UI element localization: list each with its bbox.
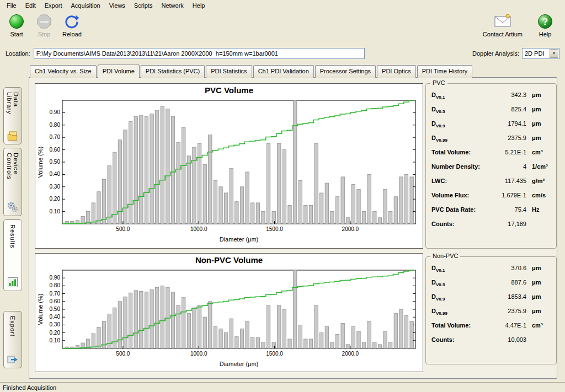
start-button[interactable]: Start [4,12,29,39]
svg-text:1000.0: 1000.0 [190,351,207,357]
stat-row-dv0-99: DV0.99 2375.9 μm [431,135,552,149]
svg-text:1000.0: 1000.0 [190,226,207,232]
stat-label: DV0.1 [431,92,445,100]
stat-unit: 1/cm³ [526,163,552,170]
tab-pdi-optics[interactable]: PDI Optics [377,65,416,78]
svg-text:0.90: 0.90 [50,275,61,281]
reload-icon [63,13,80,30]
doppler-analysis-label: Doppler Analysis: [472,50,519,57]
tab-bar: Ch1 Velocity vs. Size PDI Volume PDI Sta… [30,65,472,78]
pvc-stats-rows: DV0.1 342.3 μm DV0.5 825.4 μm DV0.9 1794… [426,84,556,235]
contact-artium-button[interactable]: Contact Artium [480,12,525,39]
sidebar-tab-label: Data Library [6,92,19,131]
stat-unit: cm³ [526,149,552,155]
nonpvc-stats-panel: Non-PVC DV0.1 370.6 μm DV0.5 887.6 μm DV… [425,256,557,364]
menu-item-network[interactable]: Network [157,1,188,10]
stat-label: DV0.99 [431,135,447,143]
location-bar: Location: Doppler Analysis: 2D PDI ▼ [0,46,565,61]
stat-value: 4.47E-1 [471,322,526,329]
sidebar-tab-device-controls[interactable]: Device Controls [3,148,22,216]
chart-title: PVC Volume [35,84,423,96]
svg-text:500.0: 500.0 [116,226,130,232]
stat-label: Volume Flux: [431,192,469,200]
stat-unit: cm/s [526,192,552,198]
location-input[interactable] [34,48,365,59]
stat-value: 1853.4 [445,293,526,300]
nonpvc-volume-plot: 0.100.200.300.400.500.600.700.800.90500.… [36,266,422,370]
nonpvc-stats-legend: Non-PVC [430,253,460,259]
doppler-analysis-select[interactable]: 2D PDI ▼ [522,48,559,59]
sidebar-tab-results[interactable]: Results [3,219,22,291]
menu-bar: File Edit Export Acquisition Views Scrip… [0,0,565,10]
doppler-analysis-group: Doppler Analysis: 2D PDI ▼ [472,48,559,59]
stat-label: DV0.9 [431,293,445,302]
svg-text:0.20: 0.20 [50,330,61,336]
stat-value: 75.4 [476,206,526,213]
stat-value: 5.21E-1 [471,149,526,155]
tab-pdi-statistics[interactable]: PDI Statistics [206,65,252,78]
menu-item-scripts[interactable]: Scripts [130,1,157,10]
stop-button[interactable]: STOP Stop [32,12,56,39]
stat-value: 17,189 [455,221,526,227]
stat-unit: cm³ [526,322,552,329]
stat-row-pvc-data-rate: PVC Data Rate: 75.4 Hz [431,206,552,221]
stat-row-dv0-5: DV0.5 825.4 μm [431,106,552,120]
sidebar-tab-data-library[interactable]: Data Library [3,87,22,144]
stat-value: 2375.9 [447,308,526,314]
stat-row-dv0-9: DV0.9 1853.4 μm [431,293,552,308]
sidebar-tab-label: Export [9,316,16,337]
tab-ch1-velocity-vs-size[interactable]: Ch1 Velocity vs. Size [30,65,97,78]
stat-label: DV0.5 [431,106,445,114]
export-icon [7,354,19,365]
stat-value: 342.3 [445,92,526,98]
pdi-volume-panel: PVC Volume 0.100.200.300.400.500.600.700… [29,77,557,379]
svg-text:0.70: 0.70 [50,134,61,140]
toolbar: Start STOP Stop Reload Contact Artium [0,10,565,46]
stat-row-counts: Counts: 17,189 [431,221,552,235]
stat-label: DV0.5 [431,279,445,287]
reload-button-label: Reload [62,31,82,37]
tab-ch1-pdi-validation[interactable]: Ch1 PDI Validation [253,65,314,78]
stat-value: 1794.1 [445,120,526,127]
nonpvc-stats-rows: DV0.1 370.6 μm DV0.5 887.6 μm DV0.9 1853… [426,257,556,351]
tab-pdi-time-history[interactable]: PDI Time History [417,65,473,78]
stat-unit: μm [526,308,552,314]
stat-value: 117.435 [447,178,526,184]
stat-value: 825.4 [445,106,526,112]
tab-pdi-statistics-pvc[interactable]: PDI Statistics (PVC) [141,65,205,78]
stop-button-label: Stop [38,31,51,37]
stat-value: 887.6 [445,279,526,286]
folder-icon [7,131,19,141]
menu-item-edit[interactable]: Edit [21,1,40,10]
stat-row-number-density: Number Density: 4 1/cm³ [431,163,552,178]
menu-item-file[interactable]: File [2,1,21,10]
nonpvc-volume-chart: Non-PVC Volume 0.100.200.300.400.500.600… [35,253,423,372]
doppler-analysis-value: 2D PDI [523,50,550,57]
svg-text:500.0: 500.0 [116,351,130,357]
gears-icon [7,201,19,213]
stat-value: 10,003 [455,336,526,343]
sidebar-tab-export[interactable]: Export [3,311,22,368]
menu-item-help[interactable]: Help [188,1,210,10]
chevron-down-icon[interactable]: ▼ [550,49,558,58]
menu-item-views[interactable]: Views [105,1,130,10]
menu-item-export[interactable]: Export [40,1,67,10]
sidebar: Data Library Device Controls Results Exp… [0,62,25,382]
tab-pdi-volume[interactable]: PDI Volume [98,65,140,78]
svg-text:0.40: 0.40 [50,314,61,320]
stat-value: 370.6 [445,265,526,271]
menu-item-acquisition[interactable]: Acquisition [67,1,105,10]
svg-text:0.30: 0.30 [50,184,61,190]
stat-unit: μm [526,265,552,271]
svg-text:0.60: 0.60 [50,298,61,304]
stat-row-dv0-9: DV0.9 1794.1 μm [431,120,552,135]
svg-text:STOP: STOP [40,20,49,24]
help-button[interactable]: ? Help [533,12,557,39]
stat-value: 2375.9 [447,135,526,141]
svg-text:1500.0: 1500.0 [266,226,283,232]
stat-unit: μm [526,92,552,98]
reload-button[interactable]: Reload [60,12,84,39]
tab-processor-settings[interactable]: Processor Settings [315,65,376,78]
help-button-label: Help [539,31,552,37]
svg-text:Diameter (μm): Diameter (μm) [220,361,259,367]
